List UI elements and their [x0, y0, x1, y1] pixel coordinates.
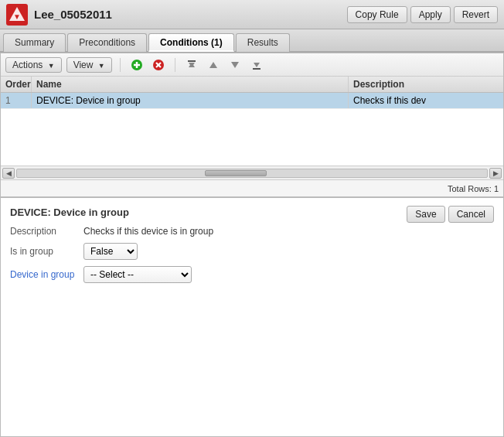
move-up-icon [207, 59, 220, 71]
add-condition-button[interactable] [128, 56, 145, 73]
svg-marker-12 [209, 62, 217, 68]
move-bottom-button[interactable] [248, 56, 265, 73]
scroll-left-button[interactable]: ◀ [2, 168, 15, 179]
device-in-group-label: Device in group [10, 269, 83, 280]
cancel-button[interactable]: Cancel [448, 206, 494, 223]
toolbar-separator-2 [175, 58, 175, 72]
scroll-thumb[interactable] [205, 170, 267, 176]
is-in-group-field: Is in group False True [10, 243, 494, 260]
is-in-group-select[interactable]: False True [83, 243, 138, 260]
table-row[interactable]: 1 DEVICE: Device in group Checks if this… [1, 93, 503, 109]
view-dropdown-arrow: ▼ [98, 62, 105, 70]
svg-marker-15 [254, 63, 260, 67]
toolbar-actions-group: Actions ▼ [5, 57, 62, 73]
col-header-name: Name [32, 77, 349, 92]
detail-title: DEVICE: Device in group [10, 207, 129, 218]
revert-button[interactable]: Revert [454, 6, 498, 23]
toolbar-view-group: View ▼ [66, 57, 112, 73]
move-bottom-icon [250, 59, 263, 71]
detail-panel: DEVICE: Device in group Save Cancel Desc… [1, 196, 503, 297]
copy-rule-button[interactable]: Copy Rule [347, 6, 407, 23]
row-description: Checks if this dev [349, 93, 503, 108]
save-button[interactable]: Save [407, 206, 444, 223]
tab-preconditions[interactable]: Preconditions [67, 33, 147, 52]
description-label: Description [10, 226, 83, 237]
device-in-group-field: Device in group -- Select -- [10, 266, 494, 283]
app-logo: ▼ [6, 4, 28, 26]
header: ▼ Lee_05052011 Copy Rule Apply Revert [0, 0, 504, 29]
description-value: Checks if this device is in group [83, 226, 213, 237]
toolbar: Actions ▼ View ▼ [1, 53, 503, 77]
apply-button[interactable]: Apply [410, 6, 451, 23]
page-title: Lee_05052011 [34, 8, 347, 21]
tab-results[interactable]: Results [236, 33, 290, 52]
table-footer: Total Rows: 1 [1, 179, 503, 196]
move-top-icon [186, 59, 198, 71]
tabs-bar: Summary Preconditions Conditions (1) Res… [0, 29, 504, 53]
horizontal-scrollbar[interactable]: ◀ ▶ [1, 166, 503, 179]
detail-header-row: DEVICE: Device in group Save Cancel [10, 206, 494, 223]
tab-summary[interactable]: Summary [3, 33, 66, 52]
is-in-group-label: Is in group [10, 246, 83, 257]
main-content: Actions ▼ View ▼ [0, 53, 504, 437]
svg-marker-13 [231, 62, 239, 68]
move-top-button[interactable] [183, 56, 200, 73]
plus-icon [131, 59, 143, 71]
x-icon [152, 59, 165, 71]
move-up-button[interactable] [205, 56, 222, 73]
description-field: Description Checks if this device is in … [10, 226, 494, 237]
toolbar-separator [120, 58, 121, 72]
total-rows-label: Total Rows: 1 [448, 184, 499, 193]
remove-condition-button[interactable] [150, 56, 167, 73]
scroll-right-button[interactable]: ▶ [489, 168, 502, 179]
view-button[interactable]: View ▼ [66, 57, 112, 73]
svg-text:▼: ▼ [13, 12, 21, 21]
detail-action-buttons: Save Cancel [407, 206, 494, 223]
move-down-button[interactable] [226, 56, 243, 73]
header-buttons: Copy Rule Apply Revert [347, 6, 498, 23]
row-order: 1 [1, 93, 32, 108]
table-header: Order Name Description [1, 77, 503, 93]
device-in-group-select[interactable]: -- Select -- [83, 266, 192, 283]
row-name: DEVICE: Device in group [32, 93, 349, 108]
actions-dropdown-arrow: ▼ [48, 62, 55, 70]
table-body: 1 DEVICE: Device in group Checks if this… [1, 93, 503, 166]
col-header-order: Order [1, 77, 32, 92]
tab-conditions[interactable]: Conditions (1) [148, 33, 234, 52]
scroll-track[interactable] [16, 169, 488, 178]
conditions-table-container: Order Name Description 1 DEVICE: Device … [1, 77, 503, 196]
actions-button[interactable]: Actions ▼ [5, 57, 62, 73]
col-header-description: Description [349, 77, 503, 92]
move-down-icon [229, 59, 241, 71]
